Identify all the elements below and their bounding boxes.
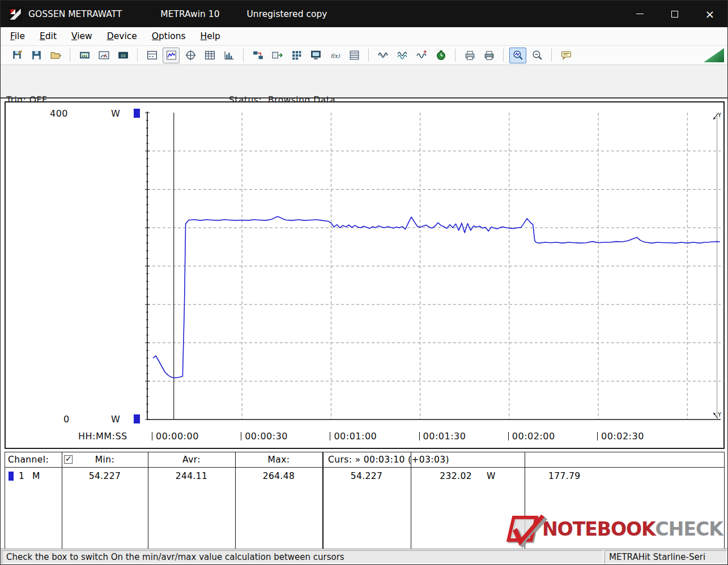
zoom-mode-button[interactable] — [509, 48, 526, 63]
y-min-marker[interactable] — [134, 414, 140, 423]
avr-value: 244.11 — [148, 471, 235, 481]
cursor-delta-value: 177.79 — [525, 471, 581, 481]
interval-timer-button[interactable] — [432, 48, 449, 63]
histogram-view-icon — [223, 49, 235, 61]
menu-file[interactable]: File — [3, 28, 32, 44]
histogram-view-button[interactable] — [220, 48, 237, 63]
channel-mode: M — [32, 471, 40, 481]
annotation-button[interactable] — [557, 48, 574, 63]
svg-text:88: 88 — [121, 53, 126, 58]
toolbar-separator — [368, 49, 369, 62]
x-tick-label: 00:02:00 — [508, 431, 555, 442]
maximize-icon — [671, 11, 678, 18]
x-tick-time: 00:02:00 — [512, 431, 555, 442]
toolbar-separator — [455, 49, 455, 62]
x-tick-label: 00:01:30 — [419, 431, 466, 442]
titlebar: GOSSEN METRAWATT METRAwin 10 Unregistere… — [1, 1, 727, 27]
meter-display-button[interactable] — [95, 48, 112, 63]
save-setup-icon — [11, 49, 23, 61]
x-axis-labels: HH:MM:SS 00:00:0000:00:3000:01:0000:01:3… — [6, 430, 723, 443]
menu-edit[interactable]: Edit — [32, 28, 64, 44]
cursor2-value: 232.02 — [440, 471, 472, 481]
zoom-mode-icon — [512, 49, 524, 61]
zoom-out-button[interactable] — [529, 48, 546, 63]
print-button[interactable] — [480, 48, 497, 63]
open-file-icon — [50, 49, 62, 61]
x-tick-label: 00:00:30 — [241, 431, 288, 442]
svg-text:f(x): f(x) — [330, 53, 340, 59]
menu-device[interactable]: Device — [100, 28, 144, 44]
print-icon — [483, 49, 495, 61]
menu-label: Options — [152, 31, 186, 41]
numeric-panel-button[interactable] — [143, 48, 160, 63]
maximize-button[interactable] — [657, 1, 692, 27]
x-tick-mark — [152, 432, 152, 440]
table-view-button[interactable] — [201, 48, 218, 63]
y-axis-min-label: 0 — [63, 414, 70, 425]
trend-view-button[interactable] — [163, 48, 180, 63]
window-controls: × — [622, 1, 727, 27]
toolbar-separator — [137, 49, 138, 62]
table-divider — [411, 452, 411, 549]
x-tick-time: 00:00:30 — [245, 431, 288, 442]
x-tick-time: 00:00:00 — [156, 431, 199, 442]
titlebar-brand: GOSSEN METRAWATT — [28, 9, 122, 19]
statusbar-device: METRAHit Starline-Seri — [609, 552, 705, 562]
trend-chart[interactable] — [145, 110, 722, 422]
memory-read-button[interactable] — [346, 48, 363, 63]
device-connect-button[interactable] — [249, 48, 266, 63]
menu-label: Help — [201, 31, 220, 41]
ripple-signal-button[interactable] — [413, 48, 430, 63]
chart-panel: 400 W 0 W Y Y HH:MM:SS 00:00:0000:00:300… — [5, 101, 725, 449]
device-send-icon — [271, 49, 283, 61]
interval-timer-icon — [435, 49, 447, 61]
close-button[interactable]: × — [692, 1, 727, 27]
menu-label: File — [10, 31, 25, 41]
digital-display-button[interactable]: 88 — [114, 48, 131, 63]
menu-help[interactable]: Help — [193, 28, 228, 44]
open-file-button[interactable] — [47, 48, 64, 63]
device-connect-icon — [252, 49, 264, 61]
print-preview-button[interactable] — [461, 48, 478, 63]
menu-label: Edit — [40, 31, 57, 41]
menu-options[interactable]: Options — [144, 28, 193, 44]
memory-read-icon — [348, 49, 360, 61]
cursor-handle-top[interactable]: Y — [712, 110, 723, 122]
lcd-display-icon — [79, 49, 91, 61]
annotation-icon — [560, 49, 572, 61]
channel-matrix-button[interactable] — [288, 48, 305, 63]
y-max-marker[interactable] — [134, 109, 140, 118]
cursor-handle-bottom[interactable]: Y — [712, 410, 723, 422]
formula-icon: f(x) — [329, 49, 341, 61]
x-tick-mark — [241, 432, 241, 440]
toolbar-separator — [243, 49, 244, 62]
close-icon: × — [705, 8, 715, 20]
notebookcheck-watermark: NOTEBOOKCHECK — [509, 516, 723, 542]
envelope-signal-button[interactable] — [394, 48, 411, 63]
save-icon — [31, 49, 42, 61]
ac-signal-button[interactable] — [374, 48, 391, 63]
numeric-panel-icon — [146, 49, 158, 61]
trend-view-icon — [165, 49, 177, 61]
toolbar-separator — [551, 49, 552, 62]
cursor2-unit: W — [487, 471, 496, 481]
save-setup-button[interactable] — [8, 48, 25, 63]
column-header-max: Max: — [235, 455, 322, 465]
channel-matrix-icon — [291, 49, 303, 61]
xy-cursor-view-button[interactable] — [182, 48, 199, 63]
x-tick-mark — [597, 432, 598, 440]
formula-button[interactable]: f(x) — [326, 48, 343, 63]
x-tick-mark — [330, 432, 330, 440]
save-button[interactable] — [28, 48, 45, 63]
zoom-out-icon — [531, 49, 543, 61]
minimize-button[interactable] — [622, 1, 657, 27]
x-tick-time: 00:01:00 — [334, 431, 377, 442]
monitor-view-button[interactable] — [307, 48, 324, 63]
table-view-icon — [204, 49, 216, 61]
minimize-icon — [636, 14, 644, 14]
lcd-display-button[interactable] — [76, 48, 93, 63]
menu-view[interactable]: View — [64, 28, 100, 44]
statusbar: Check the box to switch On the min/avr/m… — [1, 549, 727, 565]
xy-cursor-view-icon — [185, 49, 197, 61]
device-send-button[interactable] — [269, 48, 286, 63]
